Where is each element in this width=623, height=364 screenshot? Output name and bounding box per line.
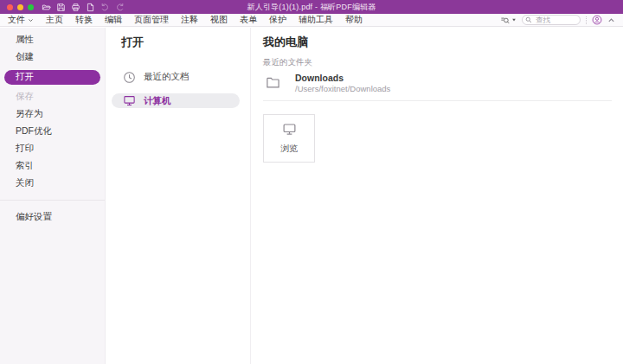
search-icon xyxy=(525,16,532,23)
menu-view[interactable]: 视图 xyxy=(210,14,228,26)
open-panel-item-computer[interactable]: 计算机 xyxy=(112,93,240,108)
computer-icon xyxy=(123,94,136,107)
sidebar-divider xyxy=(0,200,105,201)
traffic-lights xyxy=(7,4,34,10)
recent-folders-label: 最近的文件夹 xyxy=(263,57,612,69)
sidebar-item-save: 保存 xyxy=(0,88,105,105)
browse-label: 浏览 xyxy=(280,143,298,155)
redo-icon[interactable] xyxy=(115,3,125,12)
open-panel-list: 最近的文档 计算机 xyxy=(106,67,250,112)
menu-help[interactable]: 帮助 xyxy=(345,14,363,26)
sidebar-item-index[interactable]: 索引 xyxy=(0,157,105,175)
account-button[interactable] xyxy=(592,15,602,25)
my-computer-panel: 我的电脑 最近的文件夹 Downloads /Users/foxitnet/Do… xyxy=(252,28,623,364)
browse-computer-icon xyxy=(282,122,297,137)
open-panel-item-computer-wrap: 计算机 xyxy=(106,90,250,112)
content-title: 我的电脑 xyxy=(263,35,612,50)
sidebar-item-properties[interactable]: 属性 xyxy=(0,31,105,48)
collapse-toolbar-button[interactable] xyxy=(607,16,615,24)
folder-name: Downloads xyxy=(295,73,390,84)
open-panel: 打开 最近的文档 计算机 xyxy=(106,28,251,364)
sidebar-item-open[interactable]: 打开 xyxy=(4,70,100,85)
menu-convert[interactable]: 转换 xyxy=(75,14,93,26)
menu-edit[interactable]: 编辑 xyxy=(105,14,122,26)
sidebar-item-create[interactable]: 创建 xyxy=(0,48,105,66)
sidebar-item-preferences[interactable]: 偏好设置 xyxy=(0,208,105,226)
search-box xyxy=(522,15,581,25)
menubar-right-controls xyxy=(500,15,615,25)
minimize-window-button[interactable] xyxy=(17,4,23,10)
sidebar-item-close[interactable]: 关闭 xyxy=(0,175,105,192)
find-replace-button[interactable] xyxy=(500,16,517,25)
folder-texts: Downloads /Users/foxitnet/Downloads xyxy=(295,73,390,94)
open-panel-title: 打开 xyxy=(106,35,250,50)
find-replace-icon xyxy=(500,16,510,25)
toolbar-separator xyxy=(586,16,587,24)
undo-icon[interactable] xyxy=(100,3,110,12)
dropdown-caret-icon xyxy=(511,17,517,22)
backstage-sidebar: 属性 创建 打开 保存 另存为 PDF优化 打印 索引 关闭 偏好设置 xyxy=(0,28,106,364)
menu-form[interactable]: 表单 xyxy=(240,14,257,26)
menu-accessibility[interactable]: 辅助工具 xyxy=(299,14,333,26)
chevron-up-icon xyxy=(607,16,615,24)
browse-button[interactable]: 浏览 xyxy=(263,114,315,163)
menu-home[interactable]: 主页 xyxy=(46,14,63,26)
open-folder-icon[interactable] xyxy=(42,3,51,12)
zoom-window-button[interactable] xyxy=(28,4,34,10)
open-panel-item-recent-documents[interactable]: 最近的文档 xyxy=(106,67,250,86)
menubar: 文件 主页 转换 编辑 页面管理 注释 视图 表单 保护 辅助工具 帮助 xyxy=(0,14,623,27)
sidebar-item-save-as[interactable]: 另存为 xyxy=(0,105,105,123)
menus: 文件 主页 转换 编辑 页面管理 注释 视图 表单 保护 辅助工具 帮助 xyxy=(8,14,363,26)
print-icon[interactable] xyxy=(71,3,80,12)
sidebar-item-print[interactable]: 打印 xyxy=(0,140,105,157)
save-icon[interactable] xyxy=(56,3,66,12)
quick-access-toolbar xyxy=(42,3,125,12)
titlebar: 新人引导(1)(1).pdf - 福昕PDF编辑器 xyxy=(0,0,623,14)
menu-file[interactable]: 文件 xyxy=(8,14,34,26)
clock-icon xyxy=(123,71,136,84)
recent-folder-row-downloads[interactable]: Downloads /Users/foxitnet/Downloads xyxy=(263,69,612,101)
close-window-button[interactable] xyxy=(7,4,13,10)
menu-page-management[interactable]: 页面管理 xyxy=(134,14,169,26)
menu-protect[interactable]: 保护 xyxy=(269,14,286,26)
folder-path: /Users/foxitnet/Downloads xyxy=(295,84,390,94)
sidebar-item-pdf-optimize[interactable]: PDF优化 xyxy=(0,123,105,140)
account-icon xyxy=(592,15,602,25)
chevron-down-icon xyxy=(28,17,34,23)
new-document-icon[interactable] xyxy=(86,3,95,12)
menu-comment[interactable]: 注释 xyxy=(181,14,198,26)
folder-icon xyxy=(266,75,280,90)
sidebar-item-open-wrap: 打开 xyxy=(0,66,105,88)
